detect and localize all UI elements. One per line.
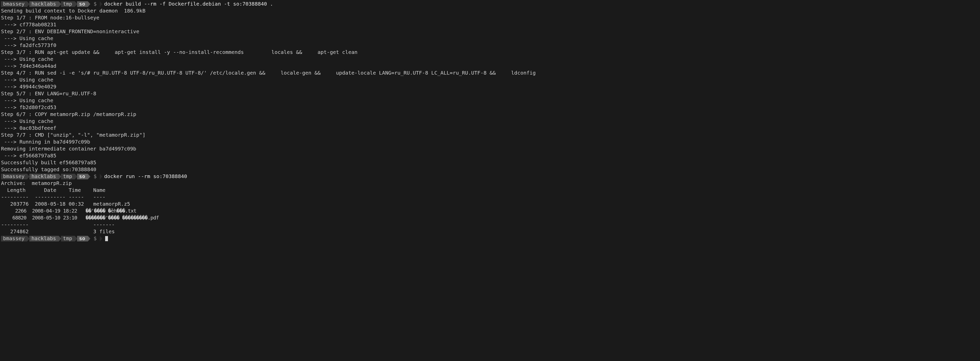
prompt-user: bmassey bbox=[1, 174, 27, 179]
prompt-path-seg: hacklabs bbox=[29, 1, 59, 7]
output-line: Sending build context to Docker daemon 1… bbox=[1, 7, 979, 14]
output-line: ---> cf778ab08231 bbox=[1, 21, 979, 28]
output-line: 274862 3 files bbox=[1, 228, 979, 235]
chevron-icon bbox=[27, 174, 30, 179]
output-line: ---> 49944c9e4029 bbox=[1, 83, 979, 90]
chevron-icon bbox=[88, 236, 90, 241]
output-line: ---> Using cache bbox=[1, 35, 979, 42]
output-line: --------- ---------- ----- ---- bbox=[1, 194, 979, 201]
prompt-path-seg: so bbox=[77, 236, 88, 241]
chevron-icon bbox=[75, 1, 77, 7]
prompt-line-2: bmassey hacklabs tmp so $ docker run --r… bbox=[1, 173, 979, 180]
chevron-icon bbox=[27, 1, 30, 7]
chevron-icon bbox=[27, 236, 30, 241]
prompt-path-seg: tmp bbox=[61, 174, 75, 179]
prompt-line-3[interactable]: bmassey hacklabs tmp so $ bbox=[1, 235, 979, 242]
output-line: Length Date Time Name bbox=[1, 187, 979, 194]
output-line: ---> fa2dfc5773f0 bbox=[1, 42, 979, 49]
prompt-user: bmassey bbox=[1, 1, 27, 7]
output-line: Successfully tagged so:70388840 bbox=[1, 166, 979, 173]
output-line-garbled: 68820 2008-05-10 23:10 �������'���� ����… bbox=[1, 214, 979, 221]
output-line: Step 7/7 : CMD ["unzip", "-l", "metamorp… bbox=[1, 132, 979, 139]
chevron-icon bbox=[88, 174, 90, 179]
terminal[interactable]: bmassey hacklabs tmp so $ docker build -… bbox=[0, 0, 980, 243]
chevron-icon bbox=[59, 1, 61, 7]
output-line: ---> ef5668797a85 bbox=[1, 152, 979, 159]
output-line: ---> 0ac03bdfeeef bbox=[1, 125, 979, 132]
output-line: Step 5/7 : ENV LANG=ru_RU.UTF-8 bbox=[1, 90, 979, 97]
chevron-icon bbox=[100, 174, 102, 179]
output-line: ---> Using cache bbox=[1, 97, 979, 104]
output-line: Step 6/7 : COPY metamorpR.zip /metamorpR… bbox=[1, 111, 979, 118]
prompt-dollar: $ bbox=[90, 173, 100, 180]
prompt-path-seg: tmp bbox=[61, 1, 75, 7]
output-line: Archive: metamorpR.zip bbox=[1, 180, 979, 187]
output-line: ---> Running in ba7d4997c09b bbox=[1, 139, 979, 145]
output-line: Successfully built ef5668797a85 bbox=[1, 159, 979, 166]
output-line: ---> fb2d80f2cd53 bbox=[1, 104, 979, 111]
prompt-path-seg: so bbox=[77, 1, 88, 7]
prompt-path-seg: tmp bbox=[61, 236, 75, 241]
output-line: Removing intermediate container ba7d4997… bbox=[1, 145, 979, 152]
chevron-icon bbox=[75, 236, 77, 241]
prompt-path-seg: so bbox=[77, 174, 88, 179]
prompt-dollar: $ bbox=[90, 235, 100, 242]
prompt-path-seg: hacklabs bbox=[29, 174, 59, 179]
prompt-dollar: $ bbox=[90, 0, 100, 7]
prompt-path-seg: hacklabs bbox=[29, 236, 59, 241]
prompt-line-1: bmassey hacklabs tmp so $ docker build -… bbox=[1, 0, 979, 7]
output-line: Step 1/7 : FROM node:16-bullseye bbox=[1, 14, 979, 21]
prompt-user: bmassey bbox=[1, 236, 27, 241]
output-line: ---> Using cache bbox=[1, 118, 979, 125]
output-line: ---> Using cache bbox=[1, 77, 979, 83]
command-text: docker build --rm -f Dockerfile.debian -… bbox=[102, 0, 273, 7]
output-line: Step 3/7 : RUN apt-get update && apt-get… bbox=[1, 49, 979, 56]
output-line: ---> Using cache bbox=[1, 56, 979, 62]
chevron-icon bbox=[59, 236, 61, 241]
chevron-icon bbox=[100, 1, 102, 7]
chevron-icon bbox=[59, 174, 61, 179]
command-text: docker run --rm so:70388840 bbox=[102, 173, 187, 180]
chevron-icon bbox=[100, 236, 102, 241]
output-line: --------- ------- bbox=[1, 221, 979, 228]
output-line: 203776 2008-05-18 00:32 metamorpR.z5 bbox=[1, 201, 979, 208]
chevron-icon bbox=[75, 174, 77, 179]
output-line: Step 2/7 : ENV DEBIAN_FRONTEND=nonintera… bbox=[1, 28, 979, 35]
chevron-icon bbox=[88, 1, 90, 7]
output-line: Step 4/7 : RUN sed -i -e 's/# ru_RU.UTF-… bbox=[1, 69, 979, 77]
cursor bbox=[105, 236, 108, 241]
output-line-garbled: 2266 2008-04-19 18:22 ��'���� �ȅh���.txt bbox=[1, 208, 979, 214]
output-line: ---> 7d4e346a44ad bbox=[1, 62, 979, 69]
